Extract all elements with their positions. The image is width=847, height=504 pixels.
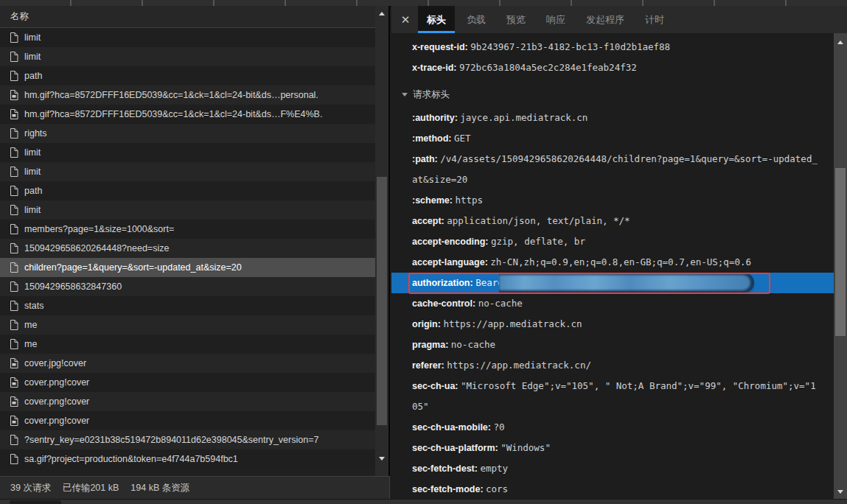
request-row[interactable]: members?page=1&size=1000&sort= bbox=[0, 220, 375, 239]
header-key: accept: bbox=[412, 216, 445, 226]
header-row: accept-language: zh-CN,zh;q=0.9,en;q=0.8… bbox=[412, 252, 818, 273]
tab-标头[interactable]: 标头 bbox=[418, 6, 455, 33]
request-row[interactable]: limit bbox=[0, 162, 375, 181]
left-scrollbar-thumb[interactable] bbox=[377, 177, 387, 425]
document-icon bbox=[10, 262, 18, 273]
request-row[interactable]: path bbox=[0, 66, 375, 85]
document-icon bbox=[10, 435, 18, 445]
image-file-icon bbox=[10, 416, 18, 426]
tab-预览[interactable]: 预览 bbox=[498, 6, 534, 33]
request-row[interactable]: children?page=1&query=&sort=-updated_at&… bbox=[0, 258, 375, 277]
image-file-icon bbox=[10, 377, 18, 388]
request-name: cover.png!cover bbox=[24, 416, 89, 426]
request-row[interactable]: cover.png!cover bbox=[0, 373, 375, 392]
header-row: x-request-id: 9b243967-21b3-4182-bc13-f1… bbox=[412, 37, 818, 57]
request-headers-section-label: 请求标头 bbox=[413, 85, 450, 105]
request-row[interactable]: limit bbox=[0, 143, 375, 162]
request-name: ?sentry_key=e0231b38c519472b894011d62e39… bbox=[24, 435, 318, 445]
request-row[interactable]: ?sentry_key=e0231b38c519472b894011d62e39… bbox=[0, 430, 375, 449]
request-row[interactable]: hm.gif?hca=8572DFFF16ED5039&cc=1&ck=1&cl… bbox=[0, 85, 375, 105]
request-name: cover.png!cover bbox=[24, 377, 89, 388]
header-value: 972bc63a1804a5ec2c284e1feab24f32 bbox=[459, 62, 637, 73]
header-value: gzip, deflate, br bbox=[491, 236, 585, 247]
header-value: https://app.mediatrack.cn bbox=[443, 318, 582, 329]
header-key: x-request-id: bbox=[412, 42, 468, 52]
request-count: 39 次请求 bbox=[10, 482, 51, 494]
header-value: "Windows" bbox=[501, 442, 551, 453]
request-name: hm.gif?hca=8572DFFF16ED5039&cc=1&ck=1&cl… bbox=[24, 109, 322, 119]
header-row: sec-ch-ua: "Microsoft Edge";v="105", " N… bbox=[412, 376, 818, 417]
header-key: x-trace-id: bbox=[412, 63, 456, 73]
request-row[interactable]: cover.jpg!cover bbox=[0, 354, 375, 373]
tab-发起程序[interactable]: 发起程序 bbox=[577, 6, 633, 33]
document-icon bbox=[10, 205, 18, 215]
request-detail-panel: ✕ 标头负载预览响应发起程序计时 x-request-id: 9b243967-… bbox=[391, 6, 847, 499]
header-key: sec-fetch-mode: bbox=[412, 484, 484, 494]
collapse-triangle-icon bbox=[402, 93, 408, 97]
header-value: application/json, text/plain, */* bbox=[447, 215, 630, 226]
devtools-network-panel: 名称 limitlimitpathhm.gif?hca=8572DFFF16ED… bbox=[0, 0, 847, 504]
transferred-size: 已传输201 kB bbox=[63, 482, 119, 494]
left-scrollbar[interactable] bbox=[375, 6, 388, 476]
scroll-up-arrow-icon[interactable] bbox=[375, 7, 388, 19]
header-row: sec-ch-ua-platform: "Windows" bbox=[412, 438, 818, 458]
request-row[interactable]: cover.png!cover bbox=[0, 411, 375, 430]
request-row[interactable]: hm.gif?hca=8572DFFF16ED5039&cc=1&ck=1&cl… bbox=[0, 105, 375, 124]
right-scrollbar-thumb[interactable] bbox=[835, 168, 846, 336]
name-column-header[interactable]: 名称 bbox=[0, 6, 388, 28]
drawer-tab[interactable] bbox=[10, 500, 61, 504]
header-row: :authority: jayce.api.mediatrack.cn bbox=[412, 108, 818, 128]
document-icon bbox=[10, 454, 18, 464]
tab-负载[interactable]: 负载 bbox=[458, 6, 495, 33]
request-row[interactable]: limit bbox=[0, 47, 375, 66]
document-icon bbox=[10, 71, 18, 81]
header-key: pragma: bbox=[412, 340, 448, 350]
request-row[interactable]: limit bbox=[0, 200, 375, 220]
request-row[interactable]: path bbox=[0, 181, 375, 200]
request-name: cover.png!cover bbox=[24, 396, 89, 407]
tab-计时[interactable]: 计时 bbox=[636, 6, 673, 33]
request-row[interactable]: me bbox=[0, 315, 375, 335]
network-request-list-panel: 名称 limitlimitpathhm.gif?hca=8572DFFF16ED… bbox=[0, 6, 390, 476]
request-name: 1509429658632847360 bbox=[24, 281, 122, 292]
tab-响应[interactable]: 响应 bbox=[537, 6, 574, 33]
scroll-up-arrow-icon[interactable] bbox=[834, 36, 847, 48]
name-column-label: 名称 bbox=[10, 10, 29, 23]
request-name: rights bbox=[24, 128, 47, 139]
request-name: me bbox=[24, 339, 37, 349]
document-icon bbox=[10, 32, 18, 43]
request-name: hm.gif?hca=8572DFFF16ED5039&cc=1&ck=1&cl… bbox=[24, 90, 318, 100]
document-icon bbox=[10, 320, 18, 330]
header-value: empty bbox=[480, 463, 508, 474]
scroll-down-arrow-icon[interactable] bbox=[834, 486, 847, 497]
request-row[interactable]: 1509429658620264448?need=size bbox=[0, 239, 375, 258]
image-file-icon bbox=[10, 90, 18, 100]
request-row[interactable]: rights bbox=[0, 124, 375, 143]
document-icon bbox=[10, 52, 18, 62]
request-row[interactable]: stats bbox=[0, 296, 375, 315]
header-key: sec-ch-ua: bbox=[412, 381, 459, 391]
header-row[interactable]: authorization: Bearer bbox=[391, 273, 834, 293]
scroll-down-arrow-icon[interactable] bbox=[375, 452, 388, 464]
request-name: sa.gif?project=production&token=e4f744a7… bbox=[24, 454, 238, 464]
request-row[interactable]: me bbox=[0, 335, 375, 354]
request-headers-section[interactable]: 请求标头 bbox=[402, 85, 818, 105]
header-value: 9b243967-21b3-4182-bc13-f10d2b1aef88 bbox=[470, 41, 670, 52]
annotation-red-box bbox=[408, 273, 770, 294]
request-row[interactable]: cover.png!cover bbox=[0, 392, 375, 411]
close-icon[interactable]: ✕ bbox=[394, 6, 416, 33]
header-value: GET bbox=[454, 133, 471, 144]
header-key: referer: bbox=[412, 360, 445, 371]
request-row[interactable]: sa.gif?project=production&token=e4f744a7… bbox=[0, 449, 375, 469]
header-row: origin: https://app.mediatrack.cn bbox=[412, 314, 818, 335]
header-value: no-cache bbox=[451, 339, 495, 350]
header-key: sec-ch-ua-mobile: bbox=[412, 422, 491, 433]
request-row[interactable]: limit bbox=[0, 28, 375, 47]
right-scrollbar[interactable] bbox=[834, 33, 847, 499]
response-headers-tail: x-request-id: 9b243967-21b3-4182-bc13-f1… bbox=[412, 37, 818, 78]
document-icon bbox=[10, 301, 18, 311]
request-row[interactable]: 1509429658632847360 bbox=[0, 277, 375, 296]
document-icon bbox=[10, 147, 18, 158]
request-name: path bbox=[24, 186, 42, 196]
header-value: "Microsoft Edge";v="105", " Not;A Brand"… bbox=[412, 380, 816, 412]
